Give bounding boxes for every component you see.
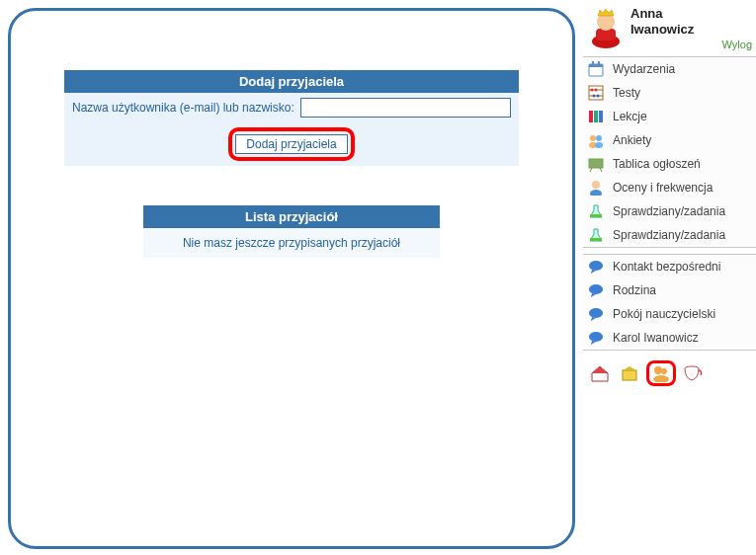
main-panel: Dodaj przyjaciela Nazwa użytkownika (e-m… (8, 8, 575, 549)
svg-point-30 (589, 308, 603, 318)
sidebar-item-lekcje[interactable]: Lekcje (583, 105, 756, 128)
sidebar-item-pokoj[interactable]: Pokój nauczycielski (583, 302, 756, 326)
sidebar-item-tablica[interactable]: Tablica ogłoszeń (583, 152, 756, 176)
board-icon (587, 155, 605, 173)
friend-list-header: Lista przyjaciół (143, 205, 440, 228)
svg-line-23 (600, 168, 602, 172)
username-label: Nazwa użytkownika (e-mail) lub nazwisko: (72, 101, 294, 115)
chat-icon (587, 258, 605, 276)
add-friend-block: Dodaj przyjaciela Nazwa użytkownika (e-m… (64, 70, 519, 166)
username-input[interactable] (300, 98, 511, 118)
sidebar-item-testy[interactable]: Testy (583, 81, 756, 105)
chat-icon (587, 305, 605, 323)
sidebar-item-rodzina[interactable]: Rodzina (583, 278, 756, 302)
sidebar-item-label: Karol Iwanowicz (613, 330, 699, 346)
svg-rect-21 (589, 159, 603, 168)
friend-list-block: Lista przyjaciół Nie masz jeszcze przypi… (143, 205, 440, 258)
svg-line-22 (590, 168, 592, 172)
sidebar-item-label: Lekcje (613, 109, 647, 124)
sidebar-item-label: Ankiety (613, 132, 651, 148)
svg-rect-32 (623, 370, 636, 380)
add-friend-button-row: Dodaj przyjaciela (64, 122, 519, 166)
friend-list-empty: Nie masz jeszcze przypisanych przyjaciół (143, 228, 440, 258)
sidebar: Anna Iwanowicz Wylog Wydarzenia Testy Le… (583, 6, 756, 390)
box-icon[interactable] (617, 362, 642, 384)
svg-point-24 (592, 181, 600, 189)
flask-icon (587, 226, 605, 244)
menu-panel-1: Wydarzenia Testy Lekcje Ankiety Tablica … (583, 56, 756, 248)
svg-point-20 (595, 142, 603, 148)
menu-panel-2: Kontakt bezpośredni Rodzina Pokój nauczy… (583, 254, 756, 351)
flask-icon (587, 202, 605, 220)
svg-rect-26 (590, 214, 602, 217)
svg-rect-4 (589, 64, 603, 67)
chat-icon (587, 329, 605, 347)
sidebar-item-label: Tablica ogłoszeń (613, 156, 701, 172)
svg-point-25 (590, 190, 602, 196)
sidebar-item-karol[interactable]: Karol Iwanowicz (583, 326, 756, 350)
cup-icon[interactable] (680, 362, 706, 384)
sidebar-item-label: Sprawdziany/zadania (613, 203, 725, 219)
svg-rect-14 (589, 111, 593, 122)
add-friend-row: Nazwa użytkownika (e-mail) lub nazwisko: (64, 93, 519, 122)
sidebar-item-label: Oceny i frekwencja (613, 180, 713, 196)
svg-point-33 (654, 366, 662, 374)
profile-name-2: Iwanowicz (630, 22, 756, 38)
sidebar-item-label: Sprawdziany/zadania (613, 227, 725, 243)
logout-link[interactable]: Wylog (630, 39, 756, 50)
svg-rect-15 (594, 111, 598, 122)
profile-name-1: Anna (630, 6, 756, 22)
sidebar-item-label: Wydarzenia (613, 61, 675, 77)
avatar-icon (587, 7, 625, 48)
sidebar-item-wydarzenia[interactable]: Wydarzenia (583, 57, 756, 81)
sidebar-item-sprawdziany-1[interactable]: Sprawdziany/zadania (583, 199, 756, 223)
books-icon (587, 108, 605, 125)
svg-rect-6 (598, 61, 600, 65)
person-icon (587, 179, 605, 197)
svg-point-10 (591, 88, 594, 91)
users-icon[interactable] (650, 364, 672, 382)
people-icon (587, 131, 605, 149)
sidebar-item-kontakt[interactable]: Kontakt bezpośredni (583, 255, 756, 278)
sidebar-item-label: Kontakt bezpośredni (613, 259, 720, 275)
add-friend-button[interactable]: Dodaj przyjaciela (235, 134, 347, 154)
bottom-toolbar (583, 357, 756, 390)
svg-point-17 (590, 135, 596, 141)
svg-point-11 (595, 88, 598, 91)
svg-point-31 (589, 332, 603, 342)
svg-point-18 (596, 135, 602, 141)
sidebar-item-sprawdziany-2[interactable]: Sprawdziany/zadania (583, 223, 756, 247)
sidebar-item-label: Testy (613, 85, 640, 101)
calendar-icon (587, 60, 605, 78)
add-friend-header: Dodaj przyjaciela (64, 70, 519, 93)
svg-point-29 (589, 284, 603, 294)
svg-point-34 (661, 368, 667, 374)
add-friend-highlight: Dodaj przyjaciela (228, 127, 354, 161)
profile: Anna Iwanowicz Wylog (583, 6, 756, 50)
home-icon[interactable] (587, 362, 613, 384)
svg-rect-7 (589, 86, 603, 100)
sidebar-item-oceny[interactable]: Oceny i frekwencja (583, 176, 756, 199)
svg-point-12 (593, 94, 596, 97)
abacus-icon (587, 84, 605, 102)
chat-icon (587, 281, 605, 299)
sidebar-item-label: Pokój nauczycielski (613, 306, 715, 322)
svg-rect-5 (592, 61, 594, 65)
users-highlight (646, 360, 676, 386)
svg-rect-27 (590, 238, 602, 241)
sidebar-item-ankiety[interactable]: Ankiety (583, 128, 756, 152)
svg-rect-16 (599, 111, 603, 122)
svg-point-13 (597, 94, 600, 97)
svg-point-35 (653, 375, 669, 382)
sidebar-item-label: Rodzina (613, 282, 656, 298)
svg-point-28 (589, 261, 603, 271)
